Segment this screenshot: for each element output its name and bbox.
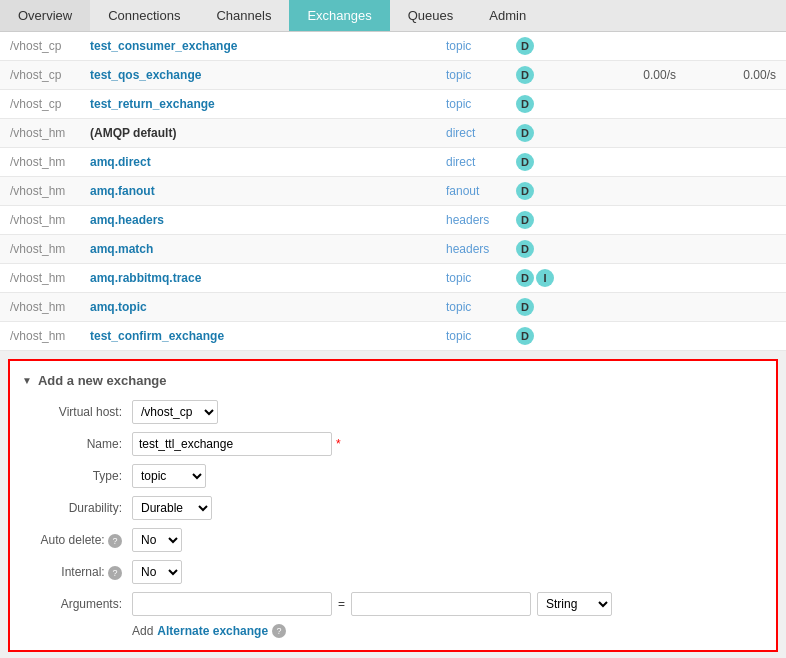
tab-connections[interactable]: Connections (90, 0, 198, 31)
cell-rate-out (686, 148, 786, 177)
cell-rate-out (686, 90, 786, 119)
cell-type: fanout (436, 177, 506, 206)
add-alternate-label: Add (132, 624, 153, 638)
cell-name[interactable]: amq.direct (80, 148, 436, 177)
cell-type: topic (436, 322, 506, 351)
table-row: /vhost_cptest_return_exchangetopicD (0, 90, 786, 119)
cell-vhost: /vhost_hm (0, 235, 80, 264)
name-row: Name: * (22, 432, 764, 456)
cell-rate-in (586, 322, 686, 351)
argument-key-input[interactable] (132, 592, 332, 616)
cell-name[interactable]: amq.match (80, 235, 436, 264)
auto-delete-label: Auto delete: ? (22, 533, 122, 548)
cell-name[interactable]: amq.topic (80, 293, 436, 322)
exchanges-table-container: /vhost_cptest_consumer_exchangetopicD/vh… (0, 32, 786, 351)
cell-rate-out (686, 322, 786, 351)
durability-select[interactable]: DurableTransient (132, 496, 212, 520)
navigation-bar: Overview Connections Channels Exchanges … (0, 0, 786, 32)
badge-d: D (516, 327, 534, 345)
cell-rate-out (686, 32, 786, 61)
internal-help-icon[interactable]: ? (108, 566, 122, 580)
cell-vhost: /vhost_hm (0, 177, 80, 206)
alternate-exchange-help-icon[interactable]: ? (272, 624, 286, 638)
virtual-host-label: Virtual host: (22, 405, 122, 419)
cell-name[interactable]: test_confirm_exchange (80, 322, 436, 351)
equals-sign: = (338, 597, 345, 611)
cell-rate-in: 0.00/s (586, 61, 686, 90)
type-select[interactable]: topicdirectfanoutheaders (132, 464, 206, 488)
table-row: /vhost_hmamq.rabbitmq.tracetopicDI (0, 264, 786, 293)
tab-admin[interactable]: Admin (471, 0, 544, 31)
alternate-exchange-row: Add Alternate exchange ? (132, 624, 764, 638)
virtual-host-select[interactable]: /vhost_cp/vhost_hm (132, 400, 218, 424)
cell-rate-out (686, 206, 786, 235)
auto-delete-help-icon[interactable]: ? (108, 534, 122, 548)
cell-vhost: /vhost_hm (0, 148, 80, 177)
tab-channels[interactable]: Channels (198, 0, 289, 31)
cell-rate-in (586, 264, 686, 293)
name-label: Name: (22, 437, 122, 451)
table-row: /vhost_hmamq.directdirectD (0, 148, 786, 177)
cell-rate-in (586, 235, 686, 264)
cell-rate-in (586, 177, 686, 206)
cell-name[interactable]: amq.rabbitmq.trace (80, 264, 436, 293)
badge-d: D (516, 95, 534, 113)
alternate-exchange-link[interactable]: Alternate exchange (157, 624, 268, 638)
cell-rate-out (686, 177, 786, 206)
table-row: /vhost_cptest_qos_exchangetopicD0.00/s0.… (0, 61, 786, 90)
cell-name[interactable]: amq.fanout (80, 177, 436, 206)
internal-row: Internal: ? NoYes (22, 560, 764, 584)
name-input[interactable] (132, 432, 332, 456)
argument-value-input[interactable] (351, 592, 531, 616)
cell-vhost: /vhost_hm (0, 119, 80, 148)
cell-features: DI (506, 264, 586, 293)
argument-type-select[interactable]: StringNumberBooleanList (537, 592, 612, 616)
cell-features: D (506, 235, 586, 264)
durability-label: Durability: (22, 501, 122, 515)
tab-exchanges[interactable]: Exchanges (289, 0, 389, 31)
cell-type: topic (436, 61, 506, 90)
auto-delete-row: Auto delete: ? NoYes (22, 528, 764, 552)
cell-vhost: /vhost_cp (0, 61, 80, 90)
cell-features: D (506, 148, 586, 177)
arguments-inputs: = StringNumberBooleanList (132, 592, 612, 616)
cell-rate-out (686, 119, 786, 148)
cell-rate-out (686, 264, 786, 293)
cell-name[interactable]: test_return_exchange (80, 90, 436, 119)
cell-type: direct (436, 119, 506, 148)
arguments-row: Arguments: = StringNumberBooleanList (22, 592, 764, 616)
cell-rate-in (586, 119, 686, 148)
cell-features: D (506, 61, 586, 90)
exchanges-table: /vhost_cptest_consumer_exchangetopicD/vh… (0, 32, 786, 351)
auto-delete-select[interactable]: NoYes (132, 528, 182, 552)
internal-select[interactable]: NoYes (132, 560, 182, 584)
cell-vhost: /vhost_hm (0, 206, 80, 235)
cell-type: topic (436, 293, 506, 322)
cell-features: D (506, 322, 586, 351)
badge-d: D (516, 298, 534, 316)
cell-features: D (506, 206, 586, 235)
table-row: /vhost_hmamq.fanoutfanoutD (0, 177, 786, 206)
cell-name[interactable]: test_consumer_exchange (80, 32, 436, 61)
cell-name[interactable]: (AMQP default) (80, 119, 436, 148)
cell-features: D (506, 177, 586, 206)
cell-rate-out (686, 235, 786, 264)
virtual-host-row: Virtual host: /vhost_cp/vhost_hm (22, 400, 764, 424)
cell-type: headers (436, 235, 506, 264)
cell-vhost: /vhost_hm (0, 293, 80, 322)
badge-d: D (516, 37, 534, 55)
tab-queues[interactable]: Queues (390, 0, 472, 31)
cell-name[interactable]: test_qos_exchange (80, 61, 436, 90)
cell-rate-in (586, 206, 686, 235)
cell-name[interactable]: amq.headers (80, 206, 436, 235)
cell-type: direct (436, 148, 506, 177)
cell-type: topic (436, 264, 506, 293)
cell-rate-in (586, 32, 686, 61)
type-row: Type: topicdirectfanoutheaders (22, 464, 764, 488)
cell-features: D (506, 293, 586, 322)
badge-d: D (516, 66, 534, 84)
badge-i: I (536, 269, 554, 287)
cell-vhost: /vhost_hm (0, 264, 80, 293)
required-star: * (336, 437, 341, 451)
tab-overview[interactable]: Overview (0, 0, 90, 31)
